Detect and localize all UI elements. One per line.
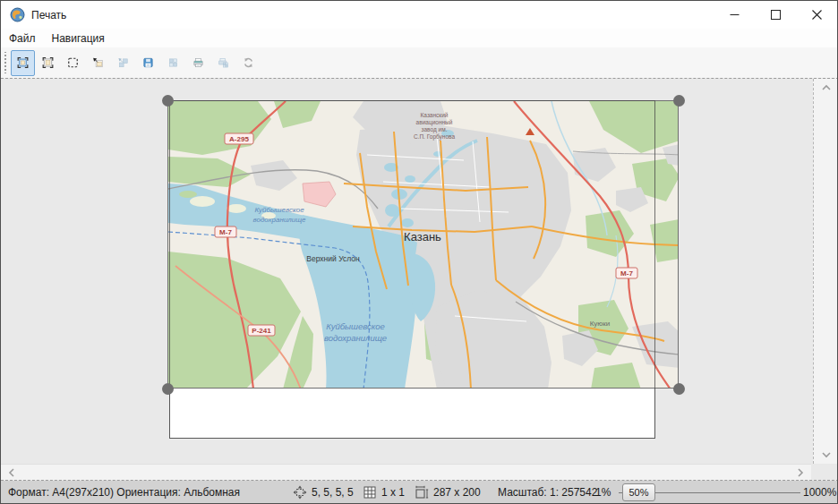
- move-area-button[interactable]: [86, 50, 110, 76]
- toolbar-grip[interactable]: [4, 52, 7, 73]
- title-bar[interactable]: Печать: [1, 1, 837, 29]
- toolbar: [1, 47, 837, 78]
- factory-label-4: С.П. Горбунова: [414, 133, 456, 141]
- preview-area: А-295 М-7 М-7 Р-241 Казанский авиационны…: [1, 78, 838, 481]
- factory-label-2: авиационный: [416, 119, 453, 126]
- margins-icon: [293, 485, 307, 500]
- reservoir-lower-label-1: Куйбышевское: [326, 321, 385, 331]
- move-area-icon: [92, 53, 104, 73]
- print-area-button[interactable]: [11, 50, 35, 76]
- map-region[interactable]: А-295 М-7 М-7 Р-241 Казанский авиационны…: [167, 100, 679, 389]
- print-icon: [192, 53, 204, 73]
- scale-status: Масштаб: 1: 257542: [498, 486, 597, 499]
- save-button[interactable]: [136, 50, 160, 76]
- factory-label-1: Казанский: [421, 112, 449, 118]
- scroll-left-button[interactable]: [6, 467, 17, 478]
- factory-label-3: завод им.: [422, 126, 448, 133]
- scroll-down-button[interactable]: [821, 449, 832, 460]
- zoom-min-label: 1%: [595, 486, 611, 499]
- maximize-button[interactable]: [755, 1, 796, 28]
- resize-handle-bottom-right[interactable]: [673, 383, 685, 395]
- preview-canvas[interactable]: А-295 М-7 М-7 Р-241 Казанский авиационны…: [1, 79, 811, 464]
- page-frame-icon: [42, 53, 54, 73]
- chevron-down-icon: [822, 450, 831, 459]
- scroll-up-button[interactable]: [821, 82, 832, 93]
- reservoir-upper-label-2: водохранилище: [252, 216, 306, 224]
- tile-grid-icon: [363, 485, 377, 500]
- horizontal-scrollbar[interactable]: [1, 464, 811, 480]
- zoom-slider-thumb[interactable]: 50%: [622, 483, 655, 501]
- refresh-icon: [243, 53, 254, 73]
- status-bar: Формат: A4(297x210) Ориентация: Альбомна…: [1, 481, 837, 504]
- margins-status: 5, 5, 5, 5: [312, 486, 354, 499]
- move-tiles-button[interactable]: [111, 50, 135, 76]
- road-shield-a295: А-295: [229, 135, 249, 143]
- tiles-icon: [167, 53, 179, 73]
- window-title: Печать: [31, 9, 66, 21]
- chevron-right-icon: [796, 468, 805, 477]
- menu-bar: Файл Навигация: [1, 29, 837, 47]
- town-label-kuyuki: Куюки: [590, 320, 611, 328]
- globe-icon: [10, 7, 25, 22]
- resize-handle-top-left[interactable]: [162, 95, 174, 107]
- scroll-right-button[interactable]: [795, 467, 806, 478]
- close-icon: [812, 10, 822, 20]
- reservoir-lower-label-2: водохранилище: [324, 333, 387, 343]
- selection-rect-button[interactable]: [61, 50, 85, 76]
- move-tiles-icon: [117, 53, 129, 73]
- print-tiles-icon: [218, 53, 229, 73]
- road-shield-m7-left: М-7: [219, 228, 232, 236]
- print-button[interactable]: [186, 50, 210, 76]
- zoom-max-label: 1000%: [803, 486, 836, 499]
- chevron-up-icon: [822, 83, 831, 92]
- map-image: А-295 М-7 М-7 Р-241 Казанский авиационны…: [168, 101, 679, 389]
- minimize-icon: [730, 10, 740, 20]
- save-icon: [142, 53, 154, 73]
- road-shield-p241: Р-241: [252, 327, 271, 335]
- dimensions-icon: [415, 485, 429, 500]
- print-window: Печать Файл Навигация: [0, 0, 838, 504]
- format-status: Формат: A4(297x210) Ориентация: Альбомна…: [8, 486, 240, 499]
- print-tiles-button[interactable]: [211, 50, 235, 76]
- menu-navigation[interactable]: Навигация: [44, 30, 113, 47]
- town-label-verkhny-uslon: Верхний Услон: [306, 254, 360, 263]
- vertical-scrollbar[interactable]: [813, 79, 838, 464]
- menu-file[interactable]: Файл: [1, 30, 44, 47]
- chevron-left-icon: [7, 468, 16, 477]
- road-shield-m7-right: М-7: [620, 269, 633, 278]
- resize-handle-top-right[interactable]: [673, 95, 685, 107]
- resize-handle-bottom-left[interactable]: [162, 383, 174, 395]
- size-status: 287 x 200: [433, 486, 481, 499]
- tiles-status: 1 x 1: [381, 486, 405, 499]
- tiles-button[interactable]: [161, 50, 185, 76]
- reservoir-upper-label-1: Куйбышевское: [254, 206, 304, 214]
- city-label-kazan: Казань: [404, 230, 441, 243]
- page-frame-button[interactable]: [36, 50, 60, 76]
- selection-rect-icon: [67, 53, 79, 73]
- close-button[interactable]: [796, 1, 837, 28]
- refresh-button[interactable]: [236, 50, 261, 76]
- print-area-icon: [17, 53, 29, 73]
- minimize-button[interactable]: [714, 1, 755, 28]
- maximize-icon: [771, 10, 781, 20]
